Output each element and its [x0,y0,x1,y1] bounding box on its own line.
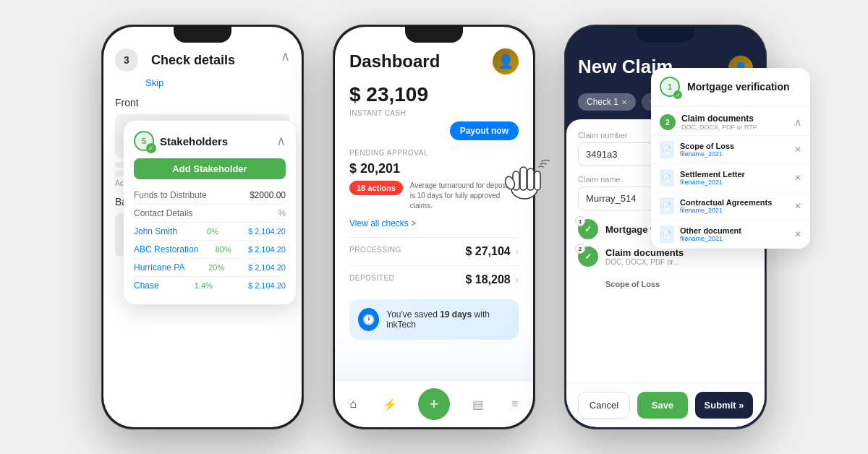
processing-label: PROCESSING [349,246,401,254]
processing-row: PROCESSING $ 27,104 › [349,237,519,265]
contact-label: Contact Details [134,208,192,218]
tab-close-icon[interactable]: ✕ [621,98,627,106]
pending-amount: $ 20,201 [349,161,400,176]
check-item-2-check: ✓ [584,252,592,262]
doc-other: 📄 Other document filename_2021 ✕ [651,220,810,249]
contact-row: Contact Details % [134,205,286,223]
nav-bolt-icon[interactable]: ⚡ [381,395,399,413]
save-button[interactable]: Save [637,392,688,419]
stakeholder-name-john: John Smith [134,226,177,236]
doc-contractual-filename: filename_2021 [680,207,772,214]
doc-contractual-left: 📄 Contractual Agreements filename_2021 [660,197,772,215]
check-item-scope-spacer [578,274,598,294]
claim-docs-chevron[interactable]: ∧ [794,116,801,128]
svg-rect-2 [520,167,527,190]
stakeholders-card: 5 ✓ Stakeholders ∧ Add Stakeholder Funds… [124,121,296,304]
nav-layers-icon[interactable]: ≡ [506,395,524,413]
phone-1: 3 Check details ∧ Skip Front Accepted fi… [101,25,304,429]
stakeholders-header: 5 ✓ Stakeholders ∧ [134,131,286,151]
pending-row: $ 20,201 [349,161,519,176]
add-stakeholder-button[interactable]: Add Stakeholder [134,158,286,179]
funds-value: $2000.00 [250,190,286,200]
claim-docs-info: Claim documents DOC, DOCX, PDF or RTF [681,113,757,131]
payout-button[interactable]: Payout now [450,121,519,140]
check-item-scope-title: Scope of Loss [605,280,660,288]
view-checks-link[interactable]: View all checks > [349,218,519,228]
tab-check-1[interactable]: Check 1 ✕ [578,93,636,111]
phone-2-notch [405,27,463,43]
savings-icon: 🕐 [358,308,379,331]
stakeholder-amount-chase: $ 2,104.20 [248,281,286,290]
tab-check-1-label: Check 1 [587,97,618,107]
mortgage-popup: 1 ✓ Mortgage verification 2 Claim docume… [651,68,810,249]
doc-other-icon: 📄 [660,226,674,243]
stakeholders-chevron[interactable]: ∧ [276,133,286,149]
doc-other-left: 📄 Other document filename_2021 [660,226,741,243]
doc-scope-filename: filename_2021 [680,150,734,158]
phone-3: New Claim 👤 Check 1 ✕ Check 2 Claim numb… [564,25,767,429]
payout-row: Payout now [349,121,519,140]
check-item-scope: Scope of Loss [578,274,753,294]
cancel-button[interactable]: Cancel [578,392,630,419]
doc-settlement-icon: 📄 [660,169,674,187]
mortgage-popup-header: 1 ✓ Mortgage verification [651,68,810,106]
doc-contractual-close[interactable]: ✕ [794,201,801,211]
phone-3-footer: Cancel Save Submit » [566,382,765,427]
claim-docs-header: 2 Claim documents DOC, DOCX, PDF or RTF … [651,106,810,136]
check-details-title: Check details [151,53,235,68]
skip-link[interactable]: Skip [115,77,290,88]
doc-scope: 📄 Scope of Loss filename_2021 ✕ [651,136,810,164]
deposited-amount: $ 18,208 [465,273,510,286]
doc-scope-icon: 📄 [660,141,674,158]
doc-settlement-filename: filename_2021 [680,179,745,186]
step-3-badge: 3 [115,48,138,72]
user-avatar[interactable]: 👤 [493,48,519,74]
svg-rect-4 [535,171,540,190]
stakeholder-pct-abc: 80% [216,245,231,254]
phone-1-screen: 3 Check details ∧ Skip Front Accepted fi… [103,27,302,427]
check-item-scope-info: Scope of Loss [605,280,660,288]
funds-row: Funds to Distribute $2000.00 [134,187,286,205]
actions-badge[interactable]: 18 actions [349,181,403,195]
nav-add-button[interactable]: + [418,388,450,420]
main-amount: $ 23,109 [349,83,519,106]
phone-1-notch [174,27,231,43]
submit-button[interactable]: Submit » [695,392,753,419]
pending-label: PENDING APPROVAL [349,149,519,157]
doc-contractual: 📄 Contractual Agreements filename_2021 ✕ [651,192,810,220]
nav-inbox-icon[interactable]: ▤ [469,395,487,413]
doc-settlement-name: Settlement Letter [680,170,745,179]
submit-label: Submit » [705,400,744,411]
doc-settlement-close[interactable]: ✕ [794,173,801,183]
actions-row: 18 actions Average turnaround for deposi… [349,181,519,211]
check-mark: ✓ [146,143,156,153]
check-item-1-check: ✓ [584,224,592,234]
nav-home-icon[interactable]: ⌂ [344,395,362,413]
phone-2: Dashboard 👤 $ 23,109 INSTANT CASH Payout… [333,25,535,429]
chevron-up-icon[interactable]: ∧ [281,48,290,64]
doc-settlement-info: Settlement Letter filename_2021 [680,170,745,186]
dashboard-title: Dashboard [349,51,440,72]
doc-contractual-info: Contractual Agreements filename_2021 [680,198,772,214]
stakeholder-amount-abc: $ 2,104.20 [248,245,286,254]
stakeholder-pct-john: 0% [207,227,218,236]
phone-3-notch [637,27,694,43]
funds-label: Funds to Distribute [134,190,207,200]
doc-scope-left: 📄 Scope of Loss filename_2021 [660,141,734,158]
stakeholder-pct-hurricane: 20% [208,263,224,272]
doc-other-close[interactable]: ✕ [794,229,801,239]
stakeholder-abc: ABC Restoration 80% $ 2,104.20 [134,241,286,259]
claim-docs-num: 2 [660,114,676,130]
doc-scope-close[interactable]: ✕ [794,145,801,155]
check-item-2-sub: DOC, DOCX, PDF or... [605,258,684,266]
stakeholder-pct-chase: 1.4% [195,281,213,290]
stakeholder-name-chase: Chase [134,280,159,291]
bottom-nav: ⌂ ⚡ + ▤ ≡ [335,380,533,427]
svg-rect-3 [527,168,534,190]
stakeholders-title: Stakeholders [160,135,228,147]
check-item-2-badge: ✓ 2 [578,247,598,267]
deposited-label: DEPOSITED [349,274,394,282]
check-item-1-num: 1 [575,216,585,226]
contact-pct: % [278,208,286,218]
doc-other-info: Other document filename_2021 [680,226,741,242]
